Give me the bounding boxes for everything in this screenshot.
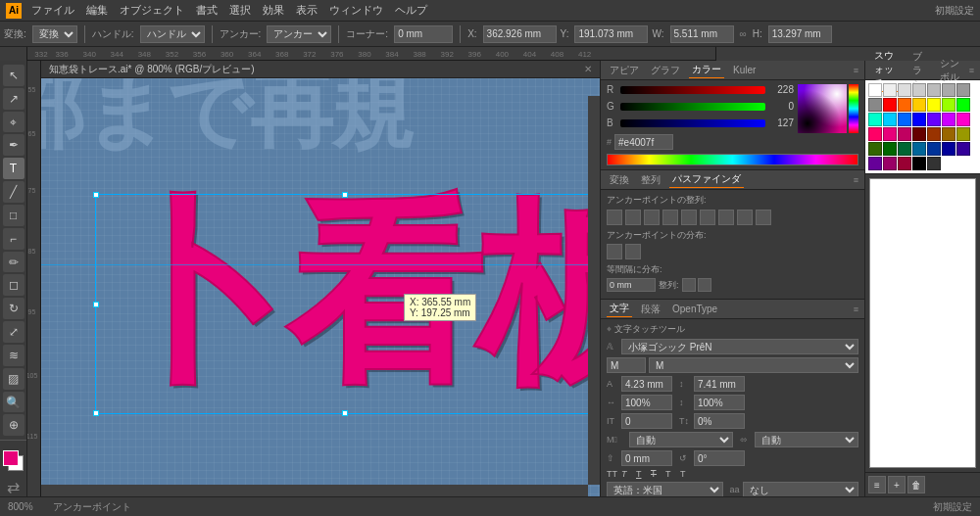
tab-pathfinder[interactable]: パスファインダ	[669, 171, 744, 188]
swatch-item[interactable]	[942, 127, 956, 141]
menu-window[interactable]: ウィンドウ	[329, 3, 383, 18]
color-selector[interactable]	[3, 450, 24, 472]
dist-v-btn[interactable]	[625, 244, 641, 259]
swatch-item[interactable]	[898, 142, 911, 156]
menu-help[interactable]: ヘルプ	[395, 3, 427, 18]
transform-panel-menu[interactable]: ≡	[854, 175, 858, 185]
swatch-item[interactable]	[912, 127, 926, 141]
swatch-item[interactable]	[898, 98, 911, 112]
font-style-select[interactable]: M	[649, 357, 858, 373]
swatch-item[interactable]	[898, 113, 911, 126]
swatch-item[interactable]	[898, 157, 911, 170]
swatch-item[interactable]	[912, 142, 926, 156]
swatch-item[interactable]	[927, 83, 941, 97]
menu-edit[interactable]: 編集	[86, 3, 108, 18]
y-coord-input[interactable]	[574, 25, 648, 43]
font-size-input[interactable]	[621, 376, 672, 392]
hex-input[interactable]	[614, 134, 673, 150]
tab-align[interactable]: 整列	[638, 172, 663, 188]
tt-btn[interactable]: TT	[607, 469, 618, 479]
anchor-select[interactable]: アンカー	[267, 25, 331, 43]
swatch-item[interactable]	[927, 157, 941, 170]
brush-tool[interactable]: ⌐	[3, 228, 24, 250]
menu-format[interactable]: 書式	[196, 3, 218, 18]
vscale2-input[interactable]	[694, 413, 745, 429]
selection-tool[interactable]: ↖	[3, 65, 24, 86]
swatch-item[interactable]	[898, 83, 911, 97]
color-picker-box[interactable]	[798, 84, 847, 133]
kerning-b-select[interactable]: 自動	[755, 432, 858, 447]
swatch-item[interactable]	[868, 157, 882, 170]
x-coord-input[interactable]	[483, 25, 557, 43]
spacing-input[interactable]	[607, 278, 656, 292]
swatch-item[interactable]	[868, 98, 882, 112]
color-panel-menu[interactable]: ≡	[854, 66, 858, 75]
align-tr-btn[interactable]	[644, 210, 660, 225]
ts-btn[interactable]: T̶	[651, 469, 662, 479]
rotate-tool[interactable]: ↻	[3, 298, 24, 319]
font-style-input[interactable]	[607, 357, 646, 373]
menu-file[interactable]: ファイル	[31, 3, 74, 18]
new-swatch-btn[interactable]: +	[888, 476, 906, 493]
rotate-input[interactable]	[694, 450, 745, 466]
menu-effect[interactable]: 効果	[263, 3, 284, 18]
vertical-scrollbar[interactable]	[588, 96, 600, 485]
align-tl-btn[interactable]	[607, 210, 622, 225]
swatch-item[interactable]	[912, 98, 926, 112]
pencil-tool[interactable]: ✏	[3, 252, 24, 273]
swatch-item[interactable]	[868, 113, 882, 126]
w-input[interactable]	[670, 25, 734, 43]
sup-btn[interactable]: T	[665, 469, 677, 479]
font-family-select[interactable]: 小塚ゴシック PrêN	[621, 339, 858, 354]
tab-apia[interactable]: アピア	[607, 63, 642, 78]
scale-tool[interactable]: ⤢	[3, 321, 24, 343]
tab-kuler[interactable]: Kuler	[730, 64, 759, 76]
swatch-item[interactable]	[927, 127, 941, 141]
doc-close-icon[interactable]: ✕	[584, 64, 592, 74]
foreground-color-box[interactable]	[3, 450, 19, 466]
char-panel-menu[interactable]: ≡	[854, 305, 858, 314]
swatch-item[interactable]	[883, 113, 897, 126]
green-slider[interactable]	[620, 103, 765, 111]
line-tool[interactable]: ╱	[3, 181, 24, 203]
sel-handle-bl[interactable]	[93, 410, 99, 416]
hscale-input[interactable]	[621, 413, 672, 429]
swatch-item[interactable]	[942, 83, 956, 97]
swatch-item[interactable]	[927, 98, 941, 112]
align-mc-btn[interactable]	[681, 210, 697, 225]
sel-handle-bm[interactable]	[342, 410, 348, 416]
tab-character[interactable]: 文字	[607, 301, 632, 317]
swatch-item[interactable]	[942, 113, 956, 126]
swatch-item[interactable]	[942, 98, 956, 112]
spectrum-bar[interactable]	[607, 154, 858, 165]
swatch-item[interactable]	[883, 157, 897, 170]
canvas-area[interactable]: 部まで再規 卜看板	[41, 61, 600, 496]
align-bl-btn[interactable]	[718, 210, 734, 225]
horizontal-scrollbar[interactable]	[41, 485, 588, 496]
swatch-item[interactable]	[883, 142, 897, 156]
sub-btn[interactable]: T	[680, 469, 692, 479]
align-tc-btn[interactable]	[625, 210, 641, 225]
swatch-item[interactable]	[868, 83, 882, 97]
eyedropper-tool[interactable]: 🔍	[3, 392, 24, 413]
dist-b-btn[interactable]	[698, 278, 711, 292]
swatch-item[interactable]	[883, 98, 897, 112]
swatch-item[interactable]	[868, 127, 882, 141]
ti-btn[interactable]: T	[621, 469, 633, 479]
swatch-item[interactable]	[912, 83, 926, 97]
align-br-btn[interactable]	[756, 210, 771, 225]
direct-selection-tool[interactable]: ↗	[3, 88, 24, 110]
menu-view[interactable]: 表示	[296, 3, 318, 18]
tab-color[interactable]: カラー	[689, 62, 724, 78]
swatch-item[interactable]	[956, 98, 970, 112]
warp-tool[interactable]: ≋	[3, 345, 24, 366]
tab-graph[interactable]: グラフ	[648, 63, 683, 78]
swatch-item[interactable]	[912, 157, 926, 170]
vscale-input[interactable]	[694, 395, 745, 410]
align-mr-btn[interactable]	[700, 210, 715, 225]
swatch-item[interactable]	[956, 113, 970, 126]
canvas-main-text[interactable]: 卜看板	[95, 196, 600, 392]
swatch-item[interactable]	[912, 113, 926, 126]
aa-select[interactable]: なし	[743, 482, 859, 496]
corner-input[interactable]	[394, 25, 453, 43]
